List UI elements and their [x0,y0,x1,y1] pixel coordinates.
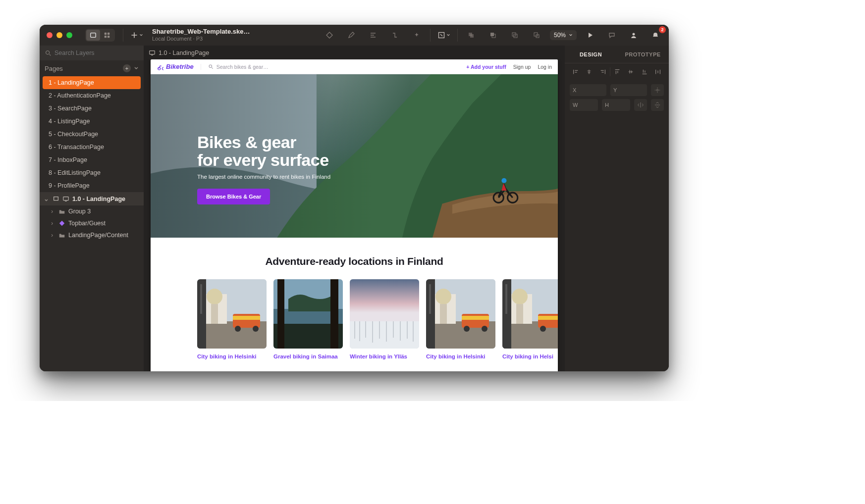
resize-artboard-button[interactable] [435,28,452,42]
layer-item[interactable]: ›LandingPage/Content [40,229,144,241]
mask-tool-button[interactable] [408,28,425,42]
page-item[interactable]: 7 - InboxPage [40,153,144,166]
distribute-icon [654,68,661,75]
chevron-down-icon[interactable]: ⌄ [43,195,50,202]
close-window-button[interactable] [47,32,53,38]
page-item[interactable]: 6 - TransactionPage [40,141,144,153]
align-top-button[interactable] [610,66,624,77]
location-thumb [426,279,495,349]
page-item[interactable]: 3 - SearchPage [40,102,144,115]
field-label: Y [613,87,620,93]
field-label: W [573,102,580,108]
position-y-field[interactable]: Y [610,84,647,96]
align-controls [565,63,669,80]
artboard-icon [53,196,59,202]
chat-icon [608,31,616,39]
minimize-window-button[interactable] [56,32,62,38]
view-toggle-canvas[interactable] [86,30,100,41]
layer-item[interactable]: ›Topbar/Guest [40,217,144,229]
page-item[interactable]: 4 - ListingPage [40,115,144,128]
location-card[interactable]: City biking in Helsinki [197,279,267,359]
site-search[interactable]: Search bikes & gear… [201,64,460,70]
page-item[interactable]: 5 - CheckoutPage [40,128,144,141]
location-card[interactable]: Gravel biking in Saimaa [273,279,343,359]
search-layers-input[interactable] [54,50,139,56]
svg-rect-63 [429,284,431,314]
account-button[interactable] [625,28,642,42]
bool-difference-button[interactable] [528,28,545,42]
locations-section: Adventure-ready locations in Finland Cit… [151,238,558,364]
edit-tool-button[interactable] [343,28,360,42]
chevron-right-icon[interactable]: › [49,232,55,239]
chevron-right-icon[interactable]: › [49,208,55,215]
document-title[interactable]: Sharetribe_Web-Template.ske… Local Docum… [152,28,250,42]
zoom-control[interactable]: 50% [550,30,577,40]
insert-button[interactable] [128,28,145,42]
comments-button[interactable] [603,28,620,42]
play-prototype-button[interactable] [582,28,598,42]
svg-rect-16 [54,197,58,200]
flip-h-button[interactable] [634,99,647,111]
canvas-artboard[interactable]: Biketribe Search bikes & gear… + Add you… [151,59,558,371]
flip-v-button[interactable] [651,99,664,111]
layers-panel: Pages + 1 - LandingPage2 - Authenticatio… [40,46,144,371]
svg-point-15 [46,51,50,54]
chevron-down-icon [446,33,450,37]
align-right-button[interactable] [596,66,610,77]
artboard-tree-item[interactable]: ⌄ 1.0 - LandingPage [40,192,144,205]
site-search-placeholder: Search bikes & gear… [216,64,269,70]
align-vcenter-button[interactable] [624,66,638,77]
notification-badge: 2 [659,26,666,33]
hero-subtext: The largest online community to rent bik… [197,174,558,180]
page-item[interactable]: 9 - ProfilePage [40,179,144,192]
align-hcenter-icon [586,68,593,75]
constrain-toggle[interactable] [651,84,664,96]
nav-signup[interactable]: Sign up [513,64,531,70]
bool-intersect-button[interactable] [506,28,523,42]
create-symbol-button[interactable] [321,28,338,42]
hero-cta-button[interactable]: Browse Bikes & Gear [197,189,270,204]
canvas-artboard-label[interactable]: 1.0 - LandingPage [144,46,565,59]
page-item[interactable]: 2 - AuthenticationPage [40,89,144,102]
hero-headline: Bikes & gear for every surface [197,134,558,169]
chevron-right-icon[interactable]: › [49,220,55,227]
align-bottom-button[interactable] [638,66,651,77]
canvas-area[interactable]: 1.0 - LandingPage Biketribe Search bikes… [144,46,565,371]
tab-design[interactable]: DESIGN [565,46,617,63]
canvas-icon [90,32,97,39]
svg-point-75 [656,89,658,91]
size-h-field[interactable]: H [602,99,630,111]
page-item[interactable]: 8 - EditListingPage [40,166,144,179]
align-right-icon [599,68,606,75]
location-card[interactable]: Winter biking in Ylläs [350,279,419,359]
align-hcenter-button[interactable] [583,66,596,77]
distribute-button[interactable] [651,66,665,77]
align-tool-button[interactable] [365,28,381,42]
notifications-button[interactable]: 2 [647,28,664,42]
add-page-button[interactable]: + [123,64,131,72]
location-card-label: City biking in Helsi [502,353,558,359]
page-item[interactable]: 1 - LandingPage [43,76,141,89]
location-thumb [502,279,558,349]
chevron-down-icon[interactable] [134,66,139,71]
tidy-tool-button[interactable] [386,28,403,42]
search-icon [45,50,52,56]
sidebar-view-toggle[interactable] [85,29,115,42]
folder-icon [58,208,65,215]
position-x-field[interactable]: X [570,84,606,96]
align-left-button[interactable] [569,66,583,77]
layer-item[interactable]: ›Group 3 [40,205,144,217]
nav-login[interactable]: Log in [538,64,552,70]
view-toggle-components[interactable] [100,30,114,41]
bool-subtract-button[interactable] [485,28,501,42]
tab-prototype[interactable]: PROTOTYPE [617,46,669,63]
maximize-window-button[interactable] [66,32,72,38]
site-logo[interactable]: Biketribe [157,63,194,70]
nav-add-listing[interactable]: + Add your stuff [466,64,506,70]
location-card[interactable]: City biking in Helsi [502,279,558,359]
size-w-field[interactable]: W [570,99,598,111]
bool-union-button[interactable] [463,28,480,42]
union-icon [467,31,475,39]
location-card[interactable]: City biking in Helsinki [426,279,495,359]
search-layers[interactable] [40,46,144,60]
